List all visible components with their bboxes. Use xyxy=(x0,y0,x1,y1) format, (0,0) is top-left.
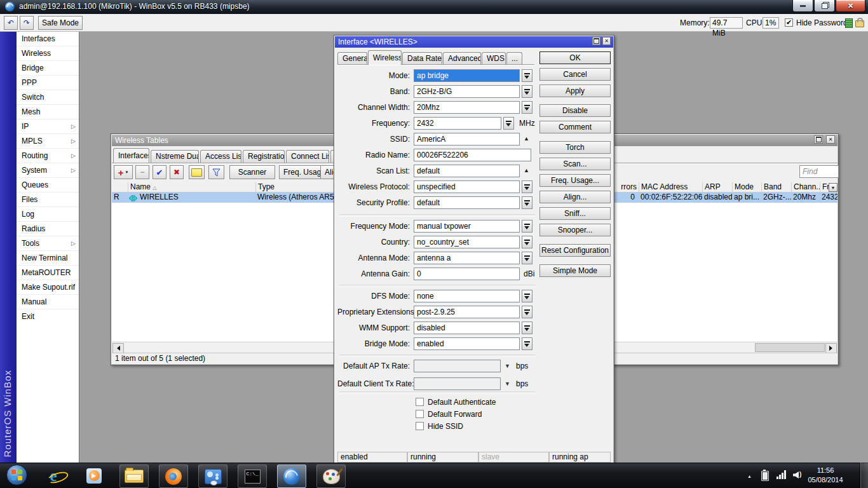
tab-general[interactable]: General xyxy=(337,52,367,65)
sidebar-item-ip[interactable]: IP▷ xyxy=(17,119,79,133)
band-dropdown-button[interactable] xyxy=(522,85,532,98)
column-mac-address[interactable]: MAC Address xyxy=(639,182,702,193)
dropdown-arrow-icon[interactable]: ▼ xyxy=(505,381,510,388)
collapse-arrow-icon[interactable]: ▲ xyxy=(524,167,529,174)
sidebar-item-manual[interactable]: Manual xyxy=(17,294,79,309)
mode-dropdown-button[interactable] xyxy=(522,69,532,82)
close-button[interactable]: ✕ xyxy=(602,37,611,45)
scroll-left-button[interactable] xyxy=(112,343,124,353)
close-button[interactable]: ✕ xyxy=(836,0,865,12)
sidebar-item-queues[interactable]: Queues xyxy=(17,177,79,192)
maximize-button[interactable] xyxy=(592,37,600,45)
collapse-arrow-icon[interactable]: ▲ xyxy=(524,135,529,142)
wireless-protocol-input[interactable]: unspecified xyxy=(414,180,520,193)
sniff-button[interactable]: Sniff... xyxy=(539,207,611,220)
scroll-right-button[interactable] xyxy=(825,343,837,353)
tab-access-list[interactable]: Access List xyxy=(200,150,241,163)
maximize-button[interactable] xyxy=(814,135,823,144)
frequency-mode-input[interactable]: manual txpower xyxy=(414,220,520,233)
radio-name-input[interactable]: 00026F522206 xyxy=(414,149,531,161)
show-desktop-button[interactable] xyxy=(860,463,868,488)
tab-registration[interactable]: Registration xyxy=(243,150,285,163)
column-flags[interactable] xyxy=(112,182,128,193)
scan-list-input[interactable]: default xyxy=(414,165,520,177)
sidebar-item-system[interactable]: System▷ xyxy=(17,163,79,177)
sidebar-item-bridge[interactable]: Bridge xyxy=(17,60,79,75)
ok-button[interactable]: OK xyxy=(539,51,611,64)
taskbar-item-winbox[interactable] xyxy=(277,464,306,488)
default-forward-checkbox[interactable] xyxy=(416,410,424,418)
tab-connect-list[interactable]: Connect List xyxy=(286,150,329,163)
default-client-tx-rate-input[interactable] xyxy=(414,377,501,390)
sidebar-item-mesh[interactable]: Mesh xyxy=(17,104,79,119)
close-button[interactable]: ✕ xyxy=(826,135,835,144)
safe-mode-button[interactable]: Safe Mode xyxy=(38,16,83,30)
minimize-button[interactable] xyxy=(792,0,813,12)
column-band[interactable]: Band xyxy=(761,182,791,193)
taskbar-item-paint[interactable] xyxy=(316,464,346,488)
channel-width-dropdown-button[interactable] xyxy=(522,101,532,114)
tab-wds[interactable]: WDS xyxy=(482,52,506,65)
ssid-input[interactable]: AmericA xyxy=(414,133,520,146)
tab-data-rates[interactable]: Data Rates xyxy=(402,52,442,65)
redo-button[interactable]: ↷ xyxy=(20,16,34,30)
dfs-mode-input[interactable]: none xyxy=(414,290,520,302)
filter-button[interactable] xyxy=(208,165,224,179)
taskbar-item-media-player[interactable] xyxy=(80,464,108,487)
reset-configuration-button[interactable]: Reset Configuration xyxy=(539,244,611,257)
sidebar-item-wireless[interactable]: Wireless xyxy=(17,46,79,60)
comment-button[interactable] xyxy=(189,165,205,179)
wmm-support-input[interactable]: disabled xyxy=(414,322,520,334)
sidebar-item-log[interactable]: Log xyxy=(17,207,79,221)
taskbar-item-command-prompt[interactable]: C:\_ xyxy=(238,464,267,488)
start-button[interactable] xyxy=(6,464,27,485)
column-selector-button[interactable]: ▼ xyxy=(829,183,837,192)
tab-nstreme-dual[interactable]: Nstreme Dual xyxy=(151,150,199,163)
tab-more[interactable]: ... xyxy=(506,52,522,65)
taskbar-item-control-panel[interactable] xyxy=(198,464,227,488)
tab-advanced[interactable]: Advanced xyxy=(443,52,481,65)
column-mode[interactable]: Mode xyxy=(732,182,761,193)
default-ap-tx-rate-input[interactable] xyxy=(414,360,501,372)
band-input[interactable]: 2GHz-B/G xyxy=(414,85,520,98)
scanner-button[interactable]: Scanner xyxy=(229,165,275,179)
tab-interfaces[interactable]: Interfaces xyxy=(113,148,149,163)
antenna-mode-dropdown-button[interactable] xyxy=(522,252,532,264)
find-input[interactable] xyxy=(799,165,839,178)
torch-button[interactable]: Torch xyxy=(539,141,611,154)
channel-width-input[interactable]: 20Mhz xyxy=(414,101,520,114)
restore-button[interactable] xyxy=(814,0,835,12)
column-name[interactable]: Name △ xyxy=(128,182,255,193)
bridge-mode-input[interactable]: enabled xyxy=(414,337,520,350)
sidebar-item-radius[interactable]: Radius xyxy=(17,221,79,236)
antenna-gain-input[interactable]: 0 xyxy=(414,268,520,280)
disable-button[interactable]: Disable xyxy=(539,104,611,117)
sidebar-item-routing[interactable]: Routing▷ xyxy=(17,148,79,163)
network-signal-icon[interactable] xyxy=(776,470,787,479)
battery-icon[interactable] xyxy=(761,471,769,481)
simple-mode-button[interactable]: Simple Mode xyxy=(539,264,611,277)
scan-button[interactable]: Scan... xyxy=(539,158,611,170)
dfs-mode-dropdown-button[interactable] xyxy=(522,290,532,302)
apply-button[interactable]: Apply xyxy=(539,85,611,97)
cancel-button[interactable]: Cancel xyxy=(539,68,611,81)
mode-input[interactable]: ap bridge xyxy=(414,69,520,82)
default-authenticate-checkbox[interactable] xyxy=(416,398,424,406)
sidebar-item-metarouter[interactable]: MetaROUTER xyxy=(17,265,79,280)
sidebar-item-ppp[interactable]: PPP xyxy=(17,75,79,90)
tray-expand-icon[interactable]: ▲ xyxy=(747,474,752,478)
column-channel-width[interactable]: Chann... xyxy=(791,182,820,193)
antenna-mode-input[interactable]: antenna a xyxy=(414,252,520,264)
enable-button[interactable]: ✔ xyxy=(153,165,166,179)
sidebar-item-files[interactable]: Files xyxy=(17,192,79,207)
tray-clock[interactable]: 11:56 05/08/2014 xyxy=(798,466,853,485)
wmm-support-dropdown-button[interactable] xyxy=(522,322,532,334)
proprietary-extensions-input[interactable]: post-2.9.25 xyxy=(414,306,520,318)
sidebar-item-switch[interactable]: Switch xyxy=(17,90,79,104)
hide-ssid-checkbox[interactable] xyxy=(416,422,424,430)
sidebar-item-interfaces[interactable]: Interfaces xyxy=(17,32,79,46)
remove-button[interactable]: − xyxy=(135,165,149,179)
sidebar-item-new-terminal[interactable]: New Terminal xyxy=(17,250,79,265)
snooper-button[interactable]: Snooper... xyxy=(539,224,611,236)
frequency-input[interactable]: 2432 xyxy=(414,117,501,130)
